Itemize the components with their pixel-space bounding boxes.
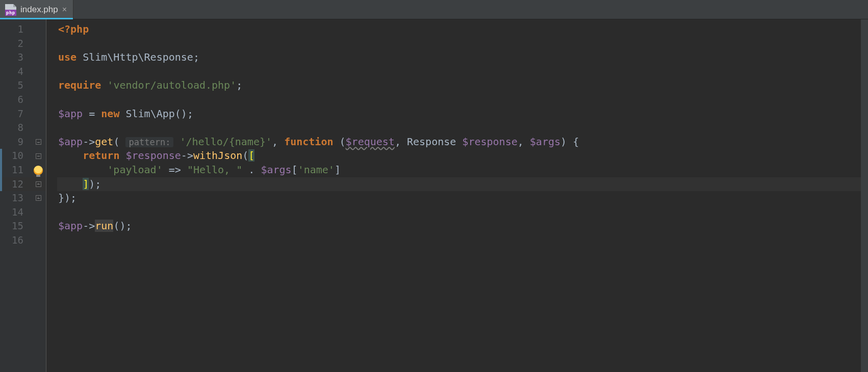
code-line[interactable]: return $response->withJson([ <box>57 149 861 163</box>
fold-cell <box>31 37 46 51</box>
fold-cell[interactable] <box>31 149 46 163</box>
editor-left-margin <box>46 19 57 372</box>
code-line[interactable]: use Slim\Http\Response; <box>57 50 861 65</box>
matched-bracket: ] <box>83 178 89 190</box>
line-number[interactable]: 15 <box>0 219 31 233</box>
fold-cell <box>31 50 46 65</box>
fold-cell[interactable] <box>31 191 46 205</box>
code-line[interactable]: $app = new Slim\App(); <box>57 107 861 121</box>
fold-cell <box>31 233 46 248</box>
line-number[interactable]: 6 <box>0 93 31 107</box>
line-number[interactable]: 11 <box>0 163 31 177</box>
php-open-tag: <?php <box>58 23 89 35</box>
close-icon[interactable]: × <box>62 6 67 14</box>
line-number[interactable]: 4 <box>0 65 31 79</box>
line-number[interactable]: 13 <box>0 191 31 205</box>
line-number[interactable]: 5 <box>0 78 31 93</box>
code-line[interactable] <box>57 205 861 220</box>
line-number[interactable]: 7 <box>0 107 31 121</box>
code-line[interactable] <box>57 37 861 51</box>
php-file-icon: php <box>5 4 16 15</box>
code-line[interactable]: <?php <box>57 22 861 37</box>
file-type-badge: php <box>5 10 16 16</box>
matched-bracket: [ <box>248 149 254 162</box>
code-line[interactable] <box>57 65 861 79</box>
code-line[interactable] <box>57 233 861 248</box>
editor-scrollbar[interactable] <box>861 19 868 372</box>
fold-toggle-icon[interactable] <box>36 139 41 145</box>
tab-label: index.php <box>20 5 58 15</box>
line-number[interactable]: 9 <box>0 135 31 149</box>
line-number[interactable]: 14 <box>0 205 31 220</box>
fold-cell[interactable] <box>31 135 46 149</box>
code-line[interactable]: $app->get( pattern: '/hello/{name}', fun… <box>57 135 861 149</box>
line-number[interactable]: 3 <box>0 50 31 65</box>
line-number[interactable]: 16 <box>0 233 31 248</box>
code-line[interactable]: ]); <box>57 177 861 192</box>
code-line[interactable] <box>57 93 861 107</box>
code-line[interactable]: require 'vendor/autoload.php'; <box>57 78 861 93</box>
code-line[interactable]: $app->run(); <box>57 219 861 233</box>
fold-cell[interactable] <box>31 163 46 177</box>
gutter-fold <box>31 19 46 372</box>
vcs-change-stripe <box>0 149 2 191</box>
fold-toggle-icon[interactable] <box>36 181 41 187</box>
fold-toggle-icon[interactable] <box>36 153 41 159</box>
code-line[interactable]: }); <box>57 191 861 205</box>
fold-cell <box>31 78 46 93</box>
inlay-hint: pattern: <box>125 137 173 147</box>
fold-cell <box>31 93 46 107</box>
fold-toggle-icon[interactable] <box>36 195 41 201</box>
editor-area: 1 2 3 4 5 6 7 8 9 10 11 12 13 14 15 16 <box>0 19 868 372</box>
code-line[interactable] <box>57 121 861 135</box>
line-number[interactable]: 8 <box>0 121 31 135</box>
code-line[interactable]: 'payload' => "Hello, " . $args['name'] <box>57 163 861 177</box>
fold-cell <box>31 121 46 135</box>
fold-cell <box>31 205 46 220</box>
gutter-line-numbers[interactable]: 1 2 3 4 5 6 7 8 9 10 11 12 13 14 15 16 <box>0 19 31 372</box>
fold-cell <box>31 219 46 233</box>
fold-cell <box>31 65 46 79</box>
unused-param: $request <box>346 136 395 148</box>
line-number[interactable]: 12 <box>0 177 31 192</box>
line-number[interactable]: 2 <box>0 37 31 51</box>
editor-tab-active[interactable]: php index.php × <box>0 0 73 19</box>
fold-cell <box>31 22 46 37</box>
fold-cell <box>31 107 46 121</box>
editor-tabbar: php index.php × <box>0 0 868 19</box>
line-number[interactable]: 1 <box>0 22 31 37</box>
line-number[interactable]: 10 <box>0 149 31 163</box>
fold-cell[interactable] <box>31 177 46 192</box>
intention-bulb-icon[interactable] <box>34 166 43 175</box>
code-area[interactable]: <?php use Slim\Http\Response; require 'v… <box>57 19 861 372</box>
